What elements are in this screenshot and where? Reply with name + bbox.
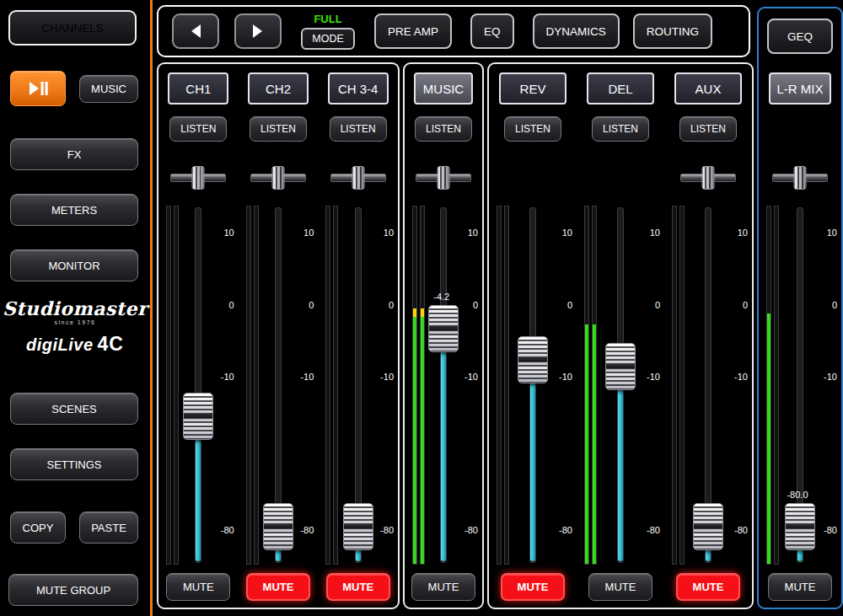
right-arrow-icon: [251, 24, 265, 39]
listen-button[interactable]: LISTEN: [250, 116, 307, 142]
mixer-main: FULL MODE PRE AMP EQ DYNAMICS ROUTING CH…: [157, 0, 843, 616]
channel-select-button[interactable]: CH 3-4: [328, 72, 389, 104]
brand-tagline: since 1976: [0, 319, 150, 326]
sidebar-music-button[interactable]: MUSIC: [79, 75, 138, 103]
brand-name: Studiomaster: [0, 298, 150, 319]
mute-button[interactable]: MUTE: [166, 573, 230, 601]
fader-scale: 100-10-80: [726, 204, 748, 566]
dynamics-button[interactable]: DYNAMICS: [533, 13, 620, 49]
scale-tick: -10: [734, 372, 748, 382]
meter-fill: [593, 324, 596, 564]
mute-button[interactable]: MUTE: [588, 573, 652, 601]
meter-right: [420, 206, 425, 565]
eq-button[interactable]: EQ: [470, 13, 514, 49]
paste-button[interactable]: PASTE: [79, 512, 138, 544]
channel-select-button[interactable]: REV: [499, 72, 566, 104]
pan-knob[interactable]: [352, 166, 364, 190]
brand-model-name: digiLive: [26, 335, 94, 354]
level-meters: [166, 206, 179, 565]
scale-tick: -80: [734, 525, 748, 535]
pan-knob[interactable]: [192, 166, 205, 190]
scale-tick: -80: [221, 525, 234, 535]
scale-tick: 10: [562, 228, 572, 238]
channel-strip-rev: REV LISTEN 100-10-80 MUTE: [489, 64, 577, 608]
meters-button[interactable]: METERS: [10, 194, 138, 226]
channel-strip-ch1: CH1 LISTEN 100-10-80 MUTE: [158, 64, 239, 608]
mode-button[interactable]: MODE: [301, 28, 355, 50]
pan-knob[interactable]: [794, 166, 807, 190]
prev-layer-button[interactable]: [172, 13, 219, 49]
scale-tick: 10: [827, 228, 837, 238]
fx-button[interactable]: FX: [10, 138, 138, 170]
geq-button[interactable]: GEQ: [767, 19, 833, 54]
monitor-button[interactable]: MONITOR: [10, 249, 138, 281]
routing-button[interactable]: ROUTING: [633, 13, 712, 49]
fader-cap[interactable]: [428, 305, 459, 352]
pan-slider[interactable]: [772, 165, 828, 190]
channel-select-button[interactable]: CH2: [248, 72, 309, 104]
pan-slider[interactable]: [416, 165, 471, 190]
pan-slider[interactable]: [330, 165, 386, 190]
mute-button[interactable]: MUTE: [246, 573, 310, 601]
pan-slider[interactable]: [680, 165, 736, 190]
listen-button[interactable]: LISTEN: [679, 116, 737, 142]
settings-button[interactable]: SETTINGS: [10, 448, 138, 480]
mute-button[interactable]: MUTE: [768, 573, 832, 601]
fader-cap[interactable]: [605, 343, 636, 390]
scale-tick: 0: [655, 300, 660, 310]
scale-tick: 0: [389, 300, 394, 310]
fader-cap[interactable]: [693, 503, 723, 550]
mute-button[interactable]: MUTE: [326, 573, 390, 601]
listen-button[interactable]: LISTEN: [169, 116, 227, 142]
listen-button[interactable]: LISTEN: [415, 116, 472, 142]
listen-button[interactable]: LISTEN: [330, 116, 387, 142]
fader-cap[interactable]: [183, 393, 213, 440]
mute-button[interactable]: MUTE: [676, 573, 740, 601]
mute-button[interactable]: MUTE: [501, 573, 565, 601]
brand-model: digiLive4C: [0, 334, 150, 355]
meter-right: [333, 206, 338, 565]
meter-right: [774, 206, 779, 565]
meter-fill: [585, 324, 588, 564]
channel-select-button[interactable]: AUX: [674, 72, 741, 104]
copy-button[interactable]: COPY: [10, 512, 66, 544]
scale-tick: 0: [473, 300, 478, 310]
fader-scale: 100-10-80: [456, 204, 478, 566]
scale-tick: 10: [650, 228, 660, 238]
master-group: GEQ L-R MIX LISTEN 100-10-80 -80.0: [757, 7, 843, 609]
listen-button[interactable]: LISTEN: [504, 116, 561, 142]
fader-scale: 100-10-80: [550, 204, 572, 566]
sidebar-divider: [150, 0, 153, 616]
pan-slider[interactable]: [250, 165, 306, 190]
channel-select-button[interactable]: MUSIC: [414, 72, 473, 104]
channel-select-button[interactable]: L-R MIX: [769, 72, 831, 104]
pan-slider[interactable]: [170, 165, 226, 190]
channel-select-button[interactable]: CH1: [168, 72, 228, 104]
scenes-button[interactable]: SCENES: [10, 393, 138, 425]
mute-group-button[interactable]: MUTE GROUP: [8, 574, 138, 606]
channel-select-button[interactable]: DEL: [587, 72, 653, 104]
channel-group-inputs: CH1 LISTEN 100-10-80 MUTE: [157, 62, 400, 609]
scale-tick: 10: [468, 228, 478, 238]
mute-button[interactable]: MUTE: [411, 573, 475, 601]
meter-left: [325, 206, 330, 565]
channel-group-fx-aux: REV LISTEN 100-10-80 MUTE: [487, 62, 754, 609]
scale-tick: 0: [567, 300, 572, 310]
fader-cap[interactable]: [343, 503, 373, 550]
next-layer-button[interactable]: [234, 13, 282, 49]
pan-knob[interactable]: [438, 166, 450, 190]
mixer-app: CHANNELS MUSIC FX METERS MONITOR Studiom…: [0, 0, 843, 616]
fader-cap[interactable]: [263, 503, 293, 550]
preamp-button[interactable]: PRE AMP: [374, 13, 452, 49]
meter-right: [679, 206, 685, 565]
fader-cap[interactable]: [518, 336, 548, 383]
fader-zone: 100-10-80: [664, 204, 752, 566]
meter-left: [246, 206, 251, 565]
pan-knob[interactable]: [702, 166, 715, 190]
listen-button[interactable]: LISTEN: [592, 116, 649, 142]
fader-cap[interactable]: [785, 503, 815, 550]
channel-group-music: MUSIC LISTEN 100-10-80 -4.2 MUT: [403, 62, 484, 609]
pan-knob[interactable]: [272, 166, 285, 190]
transport-play-pause-button[interactable]: [10, 71, 66, 106]
channels-button[interactable]: CHANNELS: [8, 10, 137, 46]
